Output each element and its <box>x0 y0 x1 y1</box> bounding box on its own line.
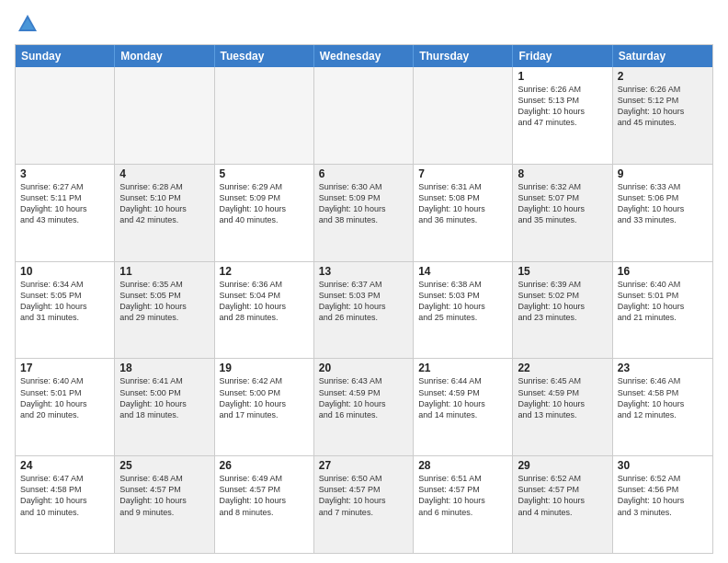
day-number: 3 <box>20 167 109 180</box>
cell-info: Sunrise: 6:52 AMSunset: 4:57 PMDaylight:… <box>518 473 607 518</box>
day-number: 22 <box>518 362 607 374</box>
cell-info: Sunrise: 6:31 AMSunset: 5:08 PMDaylight:… <box>418 181 507 226</box>
calendar-cell <box>414 67 513 164</box>
cell-info: Sunrise: 6:44 AMSunset: 4:59 PMDaylight:… <box>418 375 507 420</box>
day-number: 9 <box>618 167 708 180</box>
calendar-cell: 13Sunrise: 6:37 AMSunset: 5:03 PMDayligh… <box>314 262 414 359</box>
cell-info: Sunrise: 6:36 AMSunset: 5:04 PMDaylight:… <box>220 279 309 324</box>
weekday-header: Tuesday <box>215 45 314 67</box>
cell-info: Sunrise: 6:34 AMSunset: 5:05 PMDaylight:… <box>20 279 109 324</box>
day-number: 28 <box>418 459 507 472</box>
logo-area <box>15 11 44 37</box>
cell-info: Sunrise: 6:52 AMSunset: 4:56 PMDaylight:… <box>618 473 708 518</box>
page: SundayMondayTuesdayWednesdayThursdayFrid… <box>0 0 728 563</box>
calendar-cell: 27Sunrise: 6:50 AMSunset: 4:57 PMDayligh… <box>314 456 414 553</box>
day-number: 17 <box>20 362 109 374</box>
calendar-cell: 12Sunrise: 6:36 AMSunset: 5:04 PMDayligh… <box>215 262 314 359</box>
logo-icon <box>15 11 40 37</box>
cell-info: Sunrise: 6:47 AMSunset: 4:58 PMDaylight:… <box>20 473 109 518</box>
calendar-cell: 5Sunrise: 6:29 AMSunset: 5:09 PMDaylight… <box>215 165 314 261</box>
calendar-cell: 22Sunrise: 6:45 AMSunset: 4:59 PMDayligh… <box>513 359 612 455</box>
cell-info: Sunrise: 6:46 AMSunset: 4:58 PMDaylight:… <box>618 375 708 420</box>
day-number: 2 <box>618 70 708 83</box>
day-number: 20 <box>319 362 408 374</box>
calendar-cell: 23Sunrise: 6:46 AMSunset: 4:58 PMDayligh… <box>613 359 712 455</box>
day-number: 10 <box>20 265 109 278</box>
cell-info: Sunrise: 6:43 AMSunset: 4:59 PMDaylight:… <box>319 375 408 420</box>
weekday-header: Thursday <box>414 45 513 67</box>
calendar-cell: 26Sunrise: 6:49 AMSunset: 4:57 PMDayligh… <box>215 456 314 553</box>
calendar-cell: 14Sunrise: 6:38 AMSunset: 5:03 PMDayligh… <box>414 262 513 359</box>
weekday-header: Sunday <box>16 45 115 67</box>
calendar-cell: 4Sunrise: 6:28 AMSunset: 5:10 PMDaylight… <box>115 165 214 261</box>
cell-info: Sunrise: 6:30 AMSunset: 5:09 PMDaylight:… <box>319 181 408 226</box>
cell-info: Sunrise: 6:38 AMSunset: 5:03 PMDaylight:… <box>418 279 507 324</box>
cell-info: Sunrise: 6:49 AMSunset: 4:57 PMDaylight:… <box>220 473 309 518</box>
calendar-cell: 18Sunrise: 6:41 AMSunset: 5:00 PMDayligh… <box>115 359 214 455</box>
calendar-cell: 30Sunrise: 6:52 AMSunset: 4:56 PMDayligh… <box>613 456 712 553</box>
day-number: 30 <box>618 459 708 472</box>
calendar-cell: 28Sunrise: 6:51 AMSunset: 4:57 PMDayligh… <box>414 456 513 553</box>
day-number: 6 <box>319 167 408 180</box>
calendar-cell: 17Sunrise: 6:40 AMSunset: 5:01 PMDayligh… <box>16 359 115 455</box>
cell-info: Sunrise: 6:48 AMSunset: 4:57 PMDaylight:… <box>119 473 209 518</box>
calendar-cell: 21Sunrise: 6:44 AMSunset: 4:59 PMDayligh… <box>414 359 513 455</box>
day-number: 12 <box>220 265 309 278</box>
weekday-header: Saturday <box>613 45 712 67</box>
calendar-cell: 15Sunrise: 6:39 AMSunset: 5:02 PMDayligh… <box>513 262 612 359</box>
cell-info: Sunrise: 6:35 AMSunset: 5:05 PMDaylight:… <box>119 279 209 324</box>
day-number: 15 <box>518 265 607 278</box>
cell-info: Sunrise: 6:51 AMSunset: 4:57 PMDaylight:… <box>418 473 507 518</box>
calendar-cell: 1Sunrise: 6:26 AMSunset: 5:13 PMDaylight… <box>513 67 612 164</box>
cell-info: Sunrise: 6:33 AMSunset: 5:06 PMDaylight:… <box>618 181 708 226</box>
cell-info: Sunrise: 6:32 AMSunset: 5:07 PMDaylight:… <box>518 181 607 226</box>
day-number: 24 <box>20 459 109 472</box>
cell-info: Sunrise: 6:41 AMSunset: 5:00 PMDaylight:… <box>119 375 209 420</box>
calendar-row: 1Sunrise: 6:26 AMSunset: 5:13 PMDaylight… <box>16 67 712 164</box>
calendar-row: 17Sunrise: 6:40 AMSunset: 5:01 PMDayligh… <box>16 358 712 455</box>
day-number: 16 <box>618 265 708 278</box>
day-number: 29 <box>518 459 607 472</box>
cell-info: Sunrise: 6:28 AMSunset: 5:10 PMDaylight:… <box>119 181 209 226</box>
day-number: 21 <box>418 362 507 374</box>
cell-info: Sunrise: 6:37 AMSunset: 5:03 PMDaylight:… <box>319 279 408 324</box>
calendar-row: 10Sunrise: 6:34 AMSunset: 5:05 PMDayligh… <box>16 261 712 359</box>
calendar-cell: 24Sunrise: 6:47 AMSunset: 4:58 PMDayligh… <box>16 456 115 553</box>
day-number: 7 <box>418 167 507 180</box>
calendar-cell <box>215 67 314 164</box>
day-number: 1 <box>518 70 607 83</box>
calendar-cell: 25Sunrise: 6:48 AMSunset: 4:57 PMDayligh… <box>115 456 214 553</box>
cell-info: Sunrise: 6:27 AMSunset: 5:11 PMDaylight:… <box>20 181 109 226</box>
day-number: 5 <box>220 167 309 180</box>
day-number: 18 <box>119 362 209 374</box>
calendar-cell: 2Sunrise: 6:26 AMSunset: 5:12 PMDaylight… <box>613 67 712 164</box>
calendar-cell: 16Sunrise: 6:40 AMSunset: 5:01 PMDayligh… <box>613 262 712 359</box>
day-number: 4 <box>119 167 209 180</box>
cell-info: Sunrise: 6:26 AMSunset: 5:12 PMDaylight:… <box>618 84 708 129</box>
cell-info: Sunrise: 6:50 AMSunset: 4:57 PMDaylight:… <box>319 473 408 518</box>
calendar-cell: 7Sunrise: 6:31 AMSunset: 5:08 PMDaylight… <box>414 165 513 261</box>
calendar-header-row: SundayMondayTuesdayWednesdayThursdayFrid… <box>16 45 712 67</box>
cell-info: Sunrise: 6:40 AMSunset: 5:01 PMDaylight:… <box>20 375 109 420</box>
calendar-cell: 9Sunrise: 6:33 AMSunset: 5:06 PMDaylight… <box>613 165 712 261</box>
weekday-header: Friday <box>513 45 612 67</box>
calendar-cell: 11Sunrise: 6:35 AMSunset: 5:05 PMDayligh… <box>115 262 214 359</box>
calendar-cell: 29Sunrise: 6:52 AMSunset: 4:57 PMDayligh… <box>513 456 612 553</box>
calendar-cell <box>314 67 414 164</box>
day-number: 27 <box>319 459 408 472</box>
day-number: 8 <box>518 167 607 180</box>
cell-info: Sunrise: 6:26 AMSunset: 5:13 PMDaylight:… <box>518 84 607 129</box>
day-number: 26 <box>220 459 309 472</box>
day-number: 23 <box>618 362 708 374</box>
calendar: SundayMondayTuesdayWednesdayThursdayFrid… <box>15 44 713 554</box>
cell-info: Sunrise: 6:29 AMSunset: 5:09 PMDaylight:… <box>220 181 309 226</box>
calendar-cell <box>16 67 115 164</box>
calendar-row: 24Sunrise: 6:47 AMSunset: 4:58 PMDayligh… <box>16 455 712 553</box>
weekday-header: Wednesday <box>314 45 414 67</box>
day-number: 13 <box>319 265 408 278</box>
cell-info: Sunrise: 6:42 AMSunset: 5:00 PMDaylight:… <box>220 375 309 420</box>
day-number: 11 <box>119 265 209 278</box>
cell-info: Sunrise: 6:40 AMSunset: 5:01 PMDaylight:… <box>618 279 708 324</box>
calendar-cell: 10Sunrise: 6:34 AMSunset: 5:05 PMDayligh… <box>16 262 115 359</box>
calendar-row: 3Sunrise: 6:27 AMSunset: 5:11 PMDaylight… <box>16 164 712 261</box>
